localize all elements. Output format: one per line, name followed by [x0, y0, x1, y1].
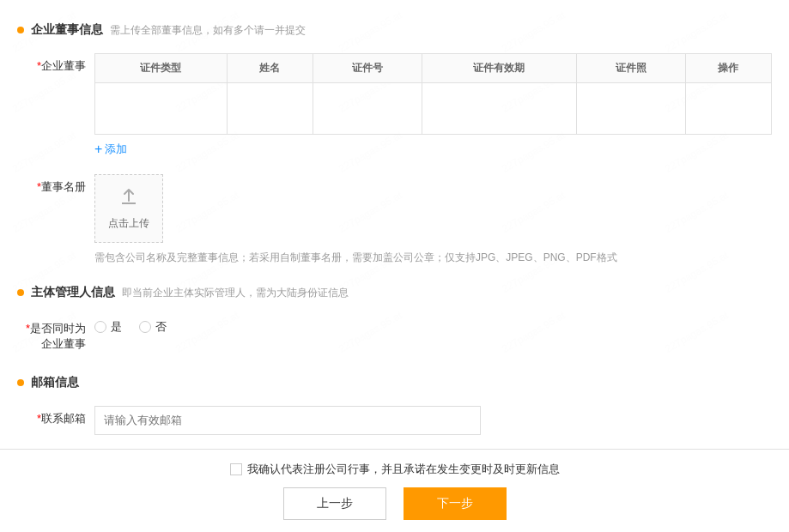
manager-subtitle-text: 即当前企业主体实际管理人，需为大陆身份证信息 — [122, 286, 349, 300]
col-cert-type: 证件类型 — [95, 54, 228, 83]
register-content: 点击上传 需包含公司名称及完整董事信息；若采用自制董事名册，需要加盖公司公章；仅… — [94, 174, 772, 266]
register-row: *董事名册 点击上传 需包含公司名称及完整董事信息；若采用自制董事名册，需要加盖… — [0, 167, 789, 273]
email-dot — [17, 379, 24, 386]
is-director-label: *是否同时为企业董事 — [17, 316, 94, 352]
add-label: 添加 — [105, 142, 127, 157]
director-table: 证件类型 姓名 证件号 证件有效期 证件照 操作 — [94, 53, 772, 135]
confirm-text: 我确认代表注册公司行事，并且承诺在发生变更时及时更新信息 — [247, 462, 560, 477]
cell-cert-type — [95, 83, 228, 135]
radio-group-is-director: 是 否 — [94, 316, 772, 335]
cell-action — [685, 83, 771, 135]
upload-label-text: 点击上传 — [108, 216, 149, 231]
email-label: *联系邮箱 — [17, 406, 94, 426]
director-label: *企业董事 — [17, 53, 94, 74]
is-director-row: *是否同时为企业董事 是 否 — [0, 309, 789, 359]
radio-no-circle — [139, 321, 151, 333]
director-table-row: *企业董事 证件类型 姓名 证件号 证件有效期 证件照 操作 — [0, 46, 789, 164]
col-cert-photo: 证件照 — [576, 54, 685, 83]
section-director-title: 企业董事信息 需上传全部董事信息，如有多个请一并提交 — [0, 14, 789, 46]
director-subtitle-text: 需上传全部董事信息，如有多个请一并提交 — [110, 23, 306, 38]
add-director-button[interactable]: + 添加 — [94, 142, 127, 157]
upload-icon — [118, 187, 139, 213]
radio-yes-circle — [94, 321, 106, 333]
footer: 我确认代表注册公司行事，并且承诺在发生变更时及时更新信息 上一步 下一步 — [0, 449, 789, 532]
director-table-content: 证件类型 姓名 证件号 证件有效期 证件照 操作 — [94, 53, 772, 157]
plus-icon: + — [94, 142, 102, 157]
upload-hint-text: 需包含公司名称及完整董事信息；若采用自制董事名册，需要加盖公司公章；仅支持JPG… — [94, 250, 678, 266]
email-input-content — [94, 406, 772, 435]
manager-title-text: 主体管理人信息 — [31, 285, 115, 300]
cell-cert-validity — [422, 83, 576, 135]
next-button[interactable]: 下一步 — [404, 487, 507, 520]
is-director-content: 是 否 — [94, 316, 772, 335]
section-email-title: 邮箱信息 — [0, 366, 789, 399]
table-row — [95, 83, 772, 135]
col-name: 姓名 — [227, 54, 313, 83]
cell-cert-no — [313, 83, 422, 135]
email-row: *联系邮箱 — [0, 399, 789, 442]
button-row: 上一步 下一步 — [283, 487, 507, 520]
email-title-text: 邮箱信息 — [31, 375, 79, 390]
cell-name — [227, 83, 313, 135]
manager-dot — [17, 289, 24, 296]
radio-yes[interactable]: 是 — [94, 319, 122, 335]
director-title-text: 企业董事信息 — [31, 22, 103, 38]
radio-yes-label: 是 — [111, 319, 122, 335]
radio-no-label: 否 — [155, 319, 167, 335]
col-action: 操作 — [685, 54, 771, 83]
confirm-checkbox[interactable] — [230, 463, 242, 475]
email-input[interactable] — [94, 406, 481, 435]
cell-cert-photo — [576, 83, 685, 135]
upload-box[interactable]: 点击上传 — [94, 174, 163, 243]
section-manager-title: 主体管理人信息 即当前企业主体实际管理人，需为大陆身份证信息 — [0, 276, 789, 309]
radio-no[interactable]: 否 — [139, 319, 167, 335]
col-cert-validity: 证件有效期 — [422, 54, 576, 83]
register-label: *董事名册 — [17, 174, 94, 195]
prev-button[interactable]: 上一步 — [283, 487, 386, 520]
col-cert-no: 证件号 — [313, 54, 422, 83]
confirm-row: 我确认代表注册公司行事，并且承诺在发生变更时及时更新信息 — [230, 462, 560, 477]
section-dot — [17, 27, 24, 33]
